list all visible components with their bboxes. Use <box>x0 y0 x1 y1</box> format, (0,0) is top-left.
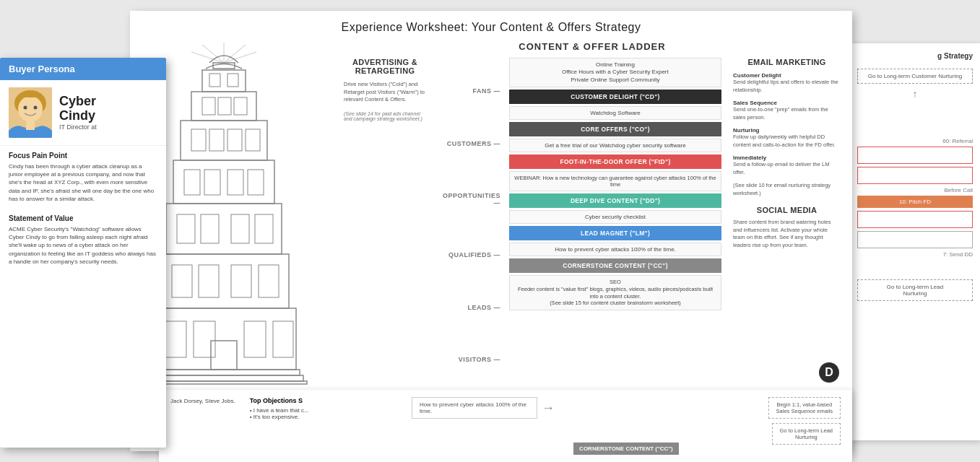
email-nurturing: Nurturing Follow up daily/weekly with he… <box>733 127 841 149</box>
svg-line-3 <box>191 52 224 63</box>
referral-empty-bar <box>857 147 973 164</box>
before-call-bar-empty <box>857 167 973 184</box>
avatar <box>9 87 52 138</box>
seo-block: SEOFeeder content is "value first" blogs… <box>509 275 721 310</box>
persona-profile: CyberCindy IT Director at <box>0 80 166 146</box>
svg-rect-31 <box>231 265 251 297</box>
main-title: Experience Worksheet: Your Content & Off… <box>130 11 852 41</box>
svg-rect-17 <box>246 129 260 151</box>
svg-rect-24 <box>177 214 195 243</box>
social-media-text: Share content from brand watering holes … <box>733 219 841 249</box>
email-note-text: (See slide 10 for email nurturing strate… <box>733 182 841 197</box>
social-media-title: SOCIAL MEDIA <box>733 206 841 214</box>
advertising-body: Drive new Visitors ("Cold") and Retarget… <box>344 81 426 104</box>
svg-rect-35 <box>194 321 215 357</box>
svg-rect-6 <box>202 70 246 92</box>
lead-nurture-box: Go to Long-term LeadNurturing <box>857 279 973 301</box>
svg-rect-21 <box>227 170 243 195</box>
email-ss-title: Sales Sequence <box>733 100 841 106</box>
referral-label: 60: Referral <box>857 138 973 144</box>
label-fans: FANS — <box>435 87 503 95</box>
bottom-objections-col: Top Objections S • I have a team that c.… <box>250 397 397 420</box>
focus-pain-section: Focus Pain Point Cindy has been through … <box>0 146 166 209</box>
email-marketing-title: EMAIL MARKETING <box>733 58 841 66</box>
label-visitors: VISITORS — <box>435 356 503 363</box>
cornerstone-bar: CORNERSTONE CONTENT ("CC") <box>509 258 721 273</box>
ladder-section: CONTENT & OFFER LADDER ADVERTISING &RETA… <box>332 41 852 445</box>
pitch-bar-empty <box>857 211 973 228</box>
svg-point-45 <box>24 106 27 110</box>
svg-rect-7 <box>209 74 220 87</box>
bottom-paper: Jack Dorsey, Steve Jobs. Top Objections … <box>159 390 852 462</box>
svg-rect-10 <box>202 97 215 115</box>
advertising-section: ADVERTISING &RETARGETING Drive new Visit… <box>338 58 432 445</box>
statement-title: Statement of Value <box>9 214 157 222</box>
lead-nurture-bottom-box: Go to Long-term LeadNurturing <box>772 423 841 445</box>
svg-rect-40 <box>144 375 303 381</box>
email-n-title: Nurturing <box>733 127 841 134</box>
svg-rect-12 <box>234 97 247 115</box>
core-offers-bar: CORE OFFERS ("CO") <box>509 122 721 136</box>
webinar-block: WEBINAR: How a new technology can guaran… <box>509 171 721 191</box>
svg-rect-47 <box>26 120 35 130</box>
persona-header: Buyer Persona <box>0 58 166 80</box>
objection-2: • It's too expensive. <box>250 414 397 420</box>
checklist-block: Cyber security checklist <box>509 210 721 224</box>
svg-rect-15 <box>209 129 224 151</box>
email-cd-text: Send delightful tips and offers to eleva… <box>733 79 841 94</box>
svg-point-44 <box>18 96 43 122</box>
label-leads: LEADS — <box>435 304 503 311</box>
before-call-label: Before Call <box>857 187 973 193</box>
email-note: (See slide 10 for email nurturing strate… <box>733 182 841 197</box>
deep-dive-bar: DEEP DIVE CONTENT ("DD") <box>509 193 721 208</box>
social-media-section: SOCIAL MEDIA Share content from brand wa… <box>733 206 841 249</box>
svg-rect-29 <box>172 265 192 297</box>
email-n-text: Follow up daily/weekly with helpful DD c… <box>733 134 841 149</box>
svg-rect-26 <box>231 214 249 243</box>
svg-rect-8 <box>227 74 238 87</box>
statement-section: Statement of Value ACME Cyber Security's… <box>0 209 166 271</box>
content-stack: Online TrainingOffice Hours with a Cyber… <box>506 58 724 445</box>
svg-point-46 <box>34 106 38 110</box>
statement-text: ACME Cyber Security's "Watchdog" softwar… <box>9 225 157 266</box>
sales-sequence-box: Begin 1:1, value-basedSales Sequence ema… <box>768 397 841 419</box>
ftd-bar: FOOT-IN-THE-DOOR OFFER ("FtD") <box>509 154 721 169</box>
objection-1: • I have a team that c... <box>250 407 397 414</box>
persona-name: CyberCindy <box>59 95 157 123</box>
flow-arrow-icon: → <box>542 401 555 416</box>
main-content-area: CONTENT & OFFER LADDER ADVERTISING &RETA… <box>130 41 852 445</box>
label-customers: CUSTOMERS — <box>435 140 503 147</box>
focus-pain-text: Cindy has been through a cyber attack cl… <box>9 162 157 203</box>
svg-rect-19 <box>184 170 200 195</box>
svg-rect-38 <box>273 321 293 357</box>
svg-rect-16 <box>227 129 242 151</box>
send-dd-bar-empty <box>857 231 973 248</box>
svg-rect-39 <box>148 370 300 375</box>
free-trial-block: Get a free trial of our Watchdog cyber s… <box>509 139 721 152</box>
focus-pain-title: Focus Pain Point <box>9 152 157 160</box>
bottom-flow-area: How to prevent cyber attacks 100% of the… <box>412 397 559 419</box>
objections-title: Top Objections S <box>250 397 397 404</box>
svg-rect-25 <box>201 214 219 243</box>
watchdog-block: Watchdog Software <box>509 106 721 120</box>
svg-rect-14 <box>191 129 206 151</box>
svg-line-4 <box>224 52 256 63</box>
email-sales-sequence: Sales Sequence Send one-to-one "prep" em… <box>733 100 841 121</box>
advertising-title: ADVERTISING &RETARGETING <box>344 58 426 75</box>
svg-rect-36 <box>211 341 237 370</box>
pitch-fd-bar: 10: Pitch FD <box>857 196 973 208</box>
svg-rect-23 <box>166 204 282 254</box>
svg-rect-11 <box>218 97 231 115</box>
svg-rect-27 <box>255 214 273 243</box>
svg-rect-20 <box>204 170 220 195</box>
email-marketing-section: EMAIL MARKETING Customer Delight Send de… <box>727 58 846 445</box>
audience-labels: FANS — CUSTOMERS — OPPORTUNITIES — QUALI… <box>435 58 503 445</box>
prevent-attacks-block: How to prevent cyber attacks 100% of the… <box>509 243 721 256</box>
ladder-columns: ADVERTISING &RETARGETING Drive new Visit… <box>338 58 846 445</box>
persona-paper: Buyer Persona <box>0 58 166 448</box>
bottom-right-boxes: Begin 1:1, value-basedSales Sequence ema… <box>693 397 841 445</box>
right-paper-title: g Strategy <box>857 52 973 60</box>
avatar-illustration <box>9 87 52 138</box>
svg-rect-33 <box>152 308 296 370</box>
label-qualifieds: QUALIFIEDS — <box>435 251 503 258</box>
